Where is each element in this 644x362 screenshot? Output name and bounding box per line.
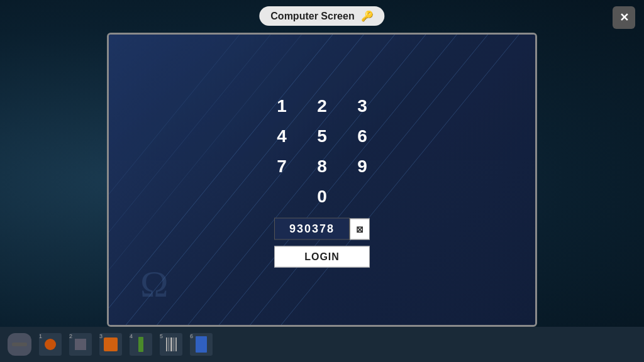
taskbar-num-3: 3 [99,333,103,339]
taskbar-item-6[interactable]: 6 [187,331,215,358]
key-9[interactable]: 9 [348,153,376,180]
dash-icon [12,343,27,346]
keypad-row-1: 1 2 3 [268,92,376,120]
taskbar-item-1[interactable]: 1 [36,331,64,358]
taskbar-num-1: 1 [39,333,42,339]
key-5[interactable]: 5 [308,123,336,150]
key-3[interactable]: 3 [348,92,376,120]
code-display: 930378 [274,218,350,240]
login-button[interactable]: LOGIN [274,246,370,268]
taskbar-item-dash[interactable] [5,331,34,358]
svg-line-9 [109,35,265,325]
key-1[interactable]: 1 [268,92,296,120]
blue-rect-icon [196,336,207,353]
orange-box-icon [104,337,118,351]
key-4[interactable]: 4 [268,123,296,150]
taskbar-item-4[interactable]: 4 [127,331,155,358]
keypad-row-3: 7 8 9 [268,153,376,180]
keypad-row-4: 0 [308,183,336,211]
key-0[interactable]: 0 [308,183,336,211]
key-2[interactable]: 2 [308,92,336,120]
barcode-icon [166,337,177,351]
close-button[interactable]: ✕ [613,6,635,29]
title-bar-text: Computer Screen [270,11,354,22]
key-8[interactable]: 8 [308,153,336,180]
key-7[interactable]: 7 [268,153,296,180]
taskbar: 1 2 3 4 5 [0,327,644,362]
taskbar-num-6: 6 [190,333,193,339]
input-row: 930378 ⊠ [274,218,370,240]
taskbar-item-2[interactable]: 2 [67,331,94,358]
taskbar-item-5[interactable]: 5 [157,331,185,358]
keypad-row-2: 4 5 6 [268,123,376,150]
taskbar-num-2: 2 [69,333,72,339]
green-bar-icon [138,337,143,352]
taskbar-item-3[interactable]: 3 [97,331,125,358]
taskbar-num-5: 5 [160,333,163,339]
taskbar-num-4: 4 [130,333,133,339]
key-icon: 🔑 [361,10,374,22]
keypad: 1 2 3 4 5 6 7 8 9 0 930378 ⊠ LOGIN [268,92,376,268]
omega-symbol: Ω [140,263,169,306]
close-icon: ✕ [619,12,629,23]
monitor-screen: Ω 1 2 3 4 5 6 7 8 9 0 930378 ⊠ LOGIN [107,33,537,327]
title-bar: Computer Screen 🔑 [259,6,384,26]
backspace-button[interactable]: ⊠ [350,218,370,239]
key-6[interactable]: 6 [348,123,376,150]
orange-dot-icon [45,339,56,350]
gray-square-icon [75,339,86,350]
